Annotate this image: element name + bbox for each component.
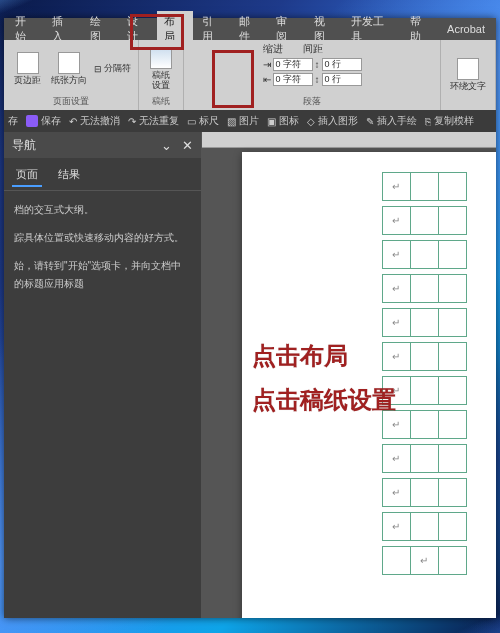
qa-ruler-button[interactable]: ▭ 标尺 [187, 114, 219, 128]
copyformat-icon: ⎘ [425, 116, 431, 127]
ribbon: 页边距 纸张方向 ⊟ 分隔符 页面设置 稿纸 设置 [4, 40, 496, 110]
navigation-pane: 导航 ⌄ ✕ 页面 结果 档的交互式大纲。 踪具体位置或快速移动内容的好方式。 … [4, 132, 202, 618]
save-partial-label: 存 [8, 114, 18, 128]
paper-group-label: 稿纸 [152, 95, 170, 108]
qa-undo-button[interactable]: ↶ 无法撤消 [69, 114, 120, 128]
qa-icon-button[interactable]: ▣ 图标 [267, 114, 299, 128]
qa-picture-button[interactable]: ▧ 图片 [227, 114, 259, 128]
page-setup-group-label: 页面设置 [53, 95, 89, 108]
nav-body-text: 档的交互式大纲。 踪具体位置或快速移动内容的好方式。 始，请转到"开始"选项卡，… [4, 191, 201, 313]
redo-icon: ↷ [128, 116, 136, 127]
qa-ink-button[interactable]: ✎ 插入手绘 [366, 114, 417, 128]
spacing-before-input[interactable]: 0 行 [322, 58, 362, 71]
orientation-icon [58, 52, 80, 74]
nav-tab-results[interactable]: 结果 [54, 164, 84, 187]
ink-icon: ✎ [366, 116, 374, 127]
document-area[interactable]: ↵ ↵ ↵ ↵ ↵ ↵ ↵ ↵ ↵ [202, 132, 496, 618]
indent-right-icon: ⇤ [263, 74, 271, 85]
shape-icon: ◇ [307, 116, 315, 127]
save-icon [26, 115, 38, 127]
nav-tab-pages[interactable]: 页面 [12, 164, 42, 187]
qa-shape-button[interactable]: ◇ 插入图形 [307, 114, 358, 128]
tab-acrobat[interactable]: Acrobat [440, 20, 492, 38]
spacing-after-input[interactable]: 0 行 [322, 73, 362, 86]
menu-tab-bar: 开始 插入 绘图 设计 布局 引用 邮件 审阅 视图 开发工具 帮助 Acrob… [4, 18, 496, 40]
manuscript-grid: ↵ ↵ ↵ ↵ ↵ ↵ ↵ ↵ ↵ [382, 172, 496, 574]
nav-title: 导航 [12, 137, 36, 154]
quick-access-bar: 存 保存 ↶ 无法撤消 ↷ 无法重复 ▭ 标尺 ▧ 图片 ▣ 图标 ◇ 插入图形 [4, 110, 496, 132]
margins-icon [17, 52, 39, 74]
annotation-step2: 点击稿纸设置 [252, 384, 396, 416]
wrap-icon [457, 58, 479, 80]
spacing-after-icon: ↕ [315, 74, 320, 85]
nav-close-icon[interactable]: ✕ [182, 138, 193, 153]
ruler-icon: ▭ [187, 116, 196, 127]
spacing-label: 间距 [303, 42, 323, 56]
indent-left-input[interactable]: 0 字符 [273, 58, 313, 71]
paper-setting-button[interactable]: 稿纸 设置 [147, 45, 175, 93]
indent-right-input[interactable]: 0 字符 [273, 73, 313, 86]
breaks-button[interactable]: ⊟ 分隔符 [94, 62, 131, 75]
qa-redo-button[interactable]: ↷ 无法重复 [128, 114, 179, 128]
paragraph-group-label: 段落 [303, 95, 321, 108]
paper-icon [150, 47, 172, 69]
margins-button[interactable]: 页边距 [11, 50, 44, 88]
horizontal-ruler[interactable] [202, 132, 496, 148]
icons-icon: ▣ [267, 116, 276, 127]
spacing-before-icon: ↕ [315, 59, 320, 70]
indent-left-icon: ⇥ [263, 59, 271, 70]
wrap-text-button[interactable]: 环绕文字 [447, 56, 489, 94]
qa-save-button[interactable]: 保存 [26, 114, 61, 128]
orientation-button[interactable]: 纸张方向 [48, 50, 90, 88]
qa-copyformat-button[interactable]: ⎘ 复制模样 [425, 114, 474, 128]
indent-label: 缩进 [263, 42, 283, 56]
breaks-icon: ⊟ [94, 64, 102, 74]
nav-dropdown-icon[interactable]: ⌄ [161, 138, 172, 153]
undo-icon: ↶ [69, 116, 77, 127]
picture-icon: ▧ [227, 116, 236, 127]
annotation-step1: 点击布局 [252, 340, 348, 372]
